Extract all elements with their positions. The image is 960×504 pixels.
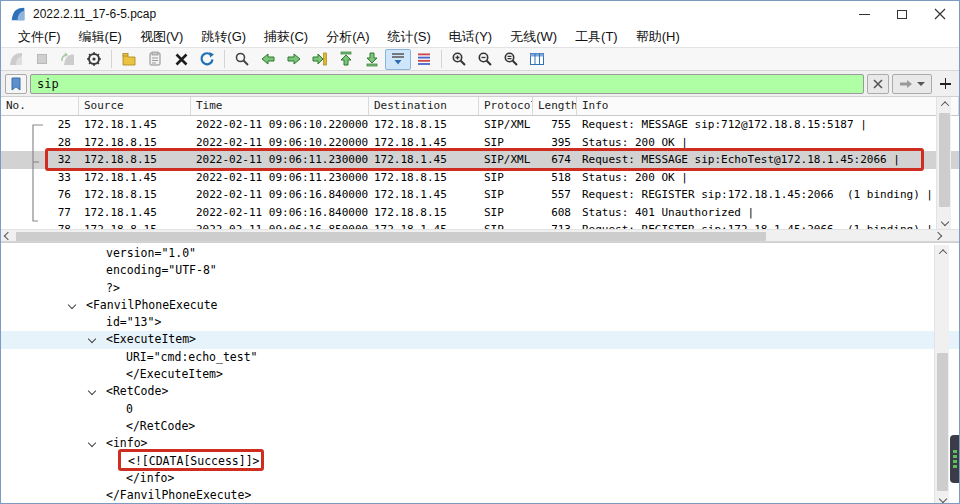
packet-rows: 25172.18.1.452022-02-11 09:06:10.2200001… bbox=[1, 116, 959, 229]
filter-clear-button[interactable] bbox=[867, 74, 889, 94]
menu-tools[interactable]: 工具(T) bbox=[566, 27, 627, 47]
col-header-length[interactable]: Length bbox=[533, 97, 577, 115]
packet-list-hscrollbar[interactable] bbox=[1, 229, 959, 242]
packet-row-28[interactable]: 28172.18.8.152022-02-11 09:06:10.2200001… bbox=[1, 134, 959, 152]
edge-widget-dot bbox=[953, 455, 957, 458]
main-toolbar bbox=[1, 47, 959, 71]
auto-scroll-button[interactable] bbox=[385, 49, 411, 70]
go-to-top-button[interactable] bbox=[333, 49, 359, 70]
xml-line[interactable]: version="1.0" bbox=[1, 245, 959, 262]
display-filter-bar bbox=[1, 71, 959, 97]
col-header-source[interactable]: Source bbox=[79, 97, 191, 115]
zoom-reset-icon bbox=[503, 51, 519, 67]
colorize-icon bbox=[416, 51, 432, 67]
display-filter-input[interactable] bbox=[30, 74, 864, 94]
menu-file[interactable]: 文件(F) bbox=[9, 27, 70, 47]
find-packet-button[interactable] bbox=[229, 49, 255, 70]
restart-capture-button[interactable] bbox=[55, 49, 81, 70]
stop-capture-button[interactable] bbox=[29, 49, 55, 70]
col-header-no[interactable]: No. bbox=[1, 97, 79, 115]
col-header-protocol[interactable]: Protocol bbox=[479, 97, 533, 115]
packet-row-76[interactable]: 76172.18.8.152022-02-11 09:06:16.8400001… bbox=[1, 186, 959, 204]
resize-columns-icon bbox=[529, 51, 545, 67]
col-header-info[interactable]: Info bbox=[577, 97, 959, 115]
go-forward-button[interactable] bbox=[281, 49, 307, 70]
col-header-destination[interactable]: Destination bbox=[369, 97, 479, 115]
packet-list-vscrollbar[interactable] bbox=[936, 97, 951, 229]
packet-row-33[interactable]: 33172.18.1.452022-02-11 09:06:11.2300001… bbox=[1, 169, 959, 187]
menu-edit[interactable]: 编辑(E) bbox=[70, 27, 131, 47]
xml-line[interactable]: 0 bbox=[1, 401, 959, 418]
chevron-down-icon[interactable] bbox=[68, 301, 76, 309]
xml-line-retcode[interactable]: <RetCode> bbox=[1, 383, 959, 400]
menu-help[interactable]: 帮助(H) bbox=[627, 27, 689, 47]
filter-bookmark-button[interactable] bbox=[5, 74, 27, 94]
filter-apply-button[interactable] bbox=[892, 74, 932, 94]
plus-icon bbox=[940, 78, 951, 89]
menu-capture[interactable]: 捕获(C) bbox=[255, 27, 317, 47]
minimize-button[interactable] bbox=[845, 1, 883, 27]
window-title: 2022.2.11_17-6-5.pcap bbox=[33, 7, 156, 21]
zoom-out-button[interactable] bbox=[472, 49, 498, 70]
scroll-left-arrow[interactable] bbox=[1, 230, 15, 242]
colorize-packets-button[interactable] bbox=[411, 49, 437, 70]
menu-wireless[interactable]: 无线(W) bbox=[501, 27, 566, 47]
chevron-down-icon[interactable] bbox=[88, 335, 96, 343]
menu-statistics[interactable]: 统计(S) bbox=[378, 27, 439, 47]
capture-options-button[interactable] bbox=[81, 49, 107, 70]
xml-line[interactable]: ?> bbox=[1, 280, 959, 297]
go-to-bottom-icon bbox=[364, 51, 380, 67]
packet-row-25[interactable]: 25172.18.1.452022-02-11 09:06:10.2200001… bbox=[1, 116, 959, 134]
scroll-down-arrow[interactable] bbox=[937, 215, 952, 229]
scrollbar-thumb[interactable] bbox=[937, 353, 948, 491]
go-back-button[interactable] bbox=[255, 49, 281, 70]
reload-file-button[interactable] bbox=[194, 49, 220, 70]
menu-analyze[interactable]: 分析(A) bbox=[317, 27, 378, 47]
packet-row-32-selected[interactable]: 32172.18.8.152022-02-11 09:06:11.2300001… bbox=[1, 151, 959, 169]
zoom-in-button[interactable] bbox=[446, 49, 472, 70]
go-to-bottom-button[interactable] bbox=[359, 49, 385, 70]
start-capture-icon bbox=[8, 51, 24, 67]
xml-line-executeitem-selected[interactable]: <ExecuteItem> bbox=[1, 331, 959, 348]
open-file-button[interactable] bbox=[116, 49, 142, 70]
chevron-down-icon[interactable] bbox=[88, 387, 96, 395]
menu-telephony[interactable]: 电话(Y) bbox=[440, 27, 501, 47]
scrollbar-thumb[interactable] bbox=[939, 113, 950, 207]
xml-line[interactable]: encoding="UTF-8" bbox=[1, 262, 959, 279]
xml-line[interactable]: URI="cmd:echo_test" bbox=[1, 349, 959, 366]
close-file-button[interactable] bbox=[168, 49, 194, 70]
xml-line[interactable]: </info> bbox=[1, 470, 959, 487]
xml-line[interactable]: id="13"> bbox=[1, 314, 959, 331]
xml-line[interactable]: </FanvilPhoneExecute> bbox=[1, 487, 959, 504]
xml-line-fanvilphoneexecute[interactable]: <FanvilPhoneExecute bbox=[1, 297, 959, 314]
xml-line-info[interactable]: <info> bbox=[1, 435, 959, 452]
arrow-right-icon bbox=[286, 51, 302, 67]
scrollbar-thumb[interactable] bbox=[16, 232, 766, 241]
xml-line[interactable]: </RetCode> bbox=[1, 418, 959, 435]
xml-line[interactable]: </ExecuteItem> bbox=[1, 366, 959, 383]
wireshark-window: 2022.2.11_17-6-5.pcap 文件(F) 编辑(E) 视图(V) … bbox=[0, 0, 960, 504]
save-file-icon bbox=[147, 51, 163, 67]
zoom-reset-button[interactable] bbox=[498, 49, 524, 70]
go-to-packet-button[interactable] bbox=[307, 49, 333, 70]
menu-bar: 文件(F) 编辑(E) 视图(V) 跳转(G) 捕获(C) 分析(A) 统计(S… bbox=[1, 27, 959, 47]
save-file-button[interactable] bbox=[142, 49, 168, 70]
packet-row-78-clipped[interactable]: 78172.18.8.152022-02-11 09:06:16.8500001… bbox=[1, 221, 959, 229]
resize-columns-button[interactable] bbox=[524, 49, 550, 70]
col-header-time[interactable]: Time bbox=[191, 97, 369, 115]
open-file-folder-icon bbox=[121, 51, 137, 67]
maximize-button[interactable] bbox=[883, 1, 921, 27]
start-capture-button[interactable] bbox=[3, 49, 29, 70]
menu-go[interactable]: 跳转(G) bbox=[192, 27, 255, 47]
packet-row-77[interactable]: 77172.18.1.452022-02-11 09:06:16.8400001… bbox=[1, 204, 959, 222]
scroll-up-arrow[interactable] bbox=[935, 245, 950, 259]
scroll-right-arrow[interactable] bbox=[931, 230, 945, 242]
filter-add-button[interactable] bbox=[935, 74, 955, 94]
chevron-down-icon[interactable] bbox=[88, 439, 96, 447]
scroll-down-arrow[interactable] bbox=[935, 492, 950, 504]
close-button[interactable] bbox=[921, 1, 959, 27]
detail-vscrollbar[interactable] bbox=[934, 245, 949, 504]
xml-line-cdata-success[interactable]: <![CDATA[Success]]> bbox=[1, 453, 959, 470]
menu-view[interactable]: 视图(V) bbox=[131, 27, 192, 47]
scroll-up-arrow[interactable] bbox=[937, 97, 952, 111]
